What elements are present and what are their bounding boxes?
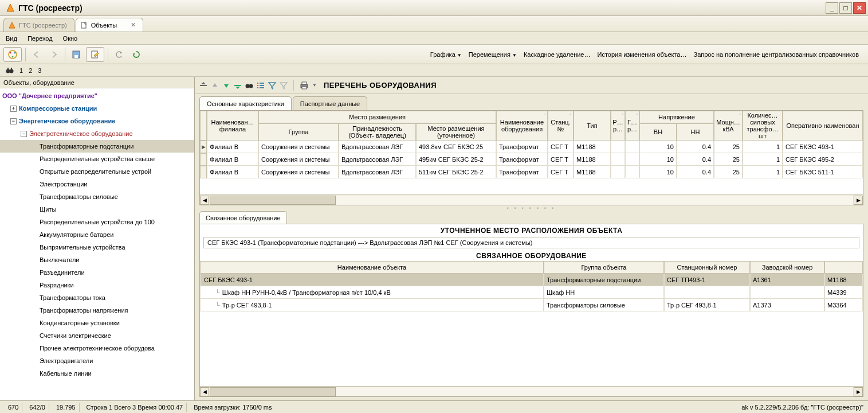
lcol-name[interactable]: Наименование объекта (200, 261, 544, 274)
quick-1[interactable]: 1 (19, 67, 23, 74)
tree-node[interactable]: Открытые распределительные устрой (0, 165, 194, 178)
tree-label: Электростанции (40, 181, 87, 188)
linked-hscrollbar[interactable]: ◀ ▶ (200, 386, 863, 396)
table-row[interactable]: └Тр-р СЕГ 493,8-1Трансформаторы силовыеТ… (200, 299, 863, 311)
menu-request-refill[interactable]: Запрос на пополнение централизованных сп… (694, 51, 859, 58)
tree-node[interactable]: Щиты (0, 203, 194, 216)
col-count[interactable]: Количес… силовых трансфо… шт (743, 111, 783, 141)
tree-node[interactable]: −Энергетическое оборудование (0, 115, 194, 127)
binoculars-icon[interactable] (6, 67, 14, 74)
doc-tab-gts[interactable]: ГТС (росреестр) (3, 18, 74, 32)
col-location-group[interactable]: Место размещения (258, 111, 496, 123)
col-voltage-group[interactable]: Напряжение (639, 111, 714, 123)
app-icon (9, 22, 15, 29)
equipment-grid[interactable]: Наименован… филиала Место размещения Гру… (199, 110, 863, 205)
svg-rect-14 (7, 68, 9, 70)
col-vn[interactable]: ВН (639, 123, 677, 141)
tree-node[interactable]: Выпрямительные устройства (0, 241, 194, 254)
svg-rect-33 (302, 82, 307, 84)
col-ownership[interactable]: Принадлежность (Объект- владелец) (339, 123, 416, 141)
table-row[interactable]: Филиал ВСооружения и системыВдольтрассов… (200, 153, 863, 166)
tree-node[interactable]: Трансформаторы силовые (0, 190, 194, 203)
doc-tab-objects[interactable]: Объекты ✕ (76, 18, 143, 32)
col-nn[interactable]: НН (677, 123, 714, 141)
edit-button[interactable] (86, 47, 104, 62)
minimize-button[interactable]: _ (826, 2, 838, 14)
menu-window[interactable]: Окно (63, 35, 78, 42)
quick-2[interactable]: 2 (29, 67, 32, 74)
col-oper-name[interactable]: Оперативно наименован (783, 111, 863, 141)
splitter[interactable]: ▪ ▪ ▪ ▪ ▪ ▪ ▪ (195, 205, 868, 210)
nav-back-button[interactable] (29, 47, 44, 62)
nav-forward-button[interactable] (46, 47, 61, 62)
tree-label: Прочее электротехническое оборудова (40, 345, 155, 352)
tree-node[interactable]: Электростанции (0, 178, 194, 190)
table-row[interactable]: ▶Филиал ВСооружения и системыВдольтрассо… (200, 141, 863, 153)
menu-history[interactable]: История изменения объекта… (597, 51, 686, 58)
menu-view[interactable]: Вид (6, 35, 17, 42)
tree-label: Электротехническое оборудование (29, 130, 133, 137)
close-button[interactable]: ✕ (853, 2, 866, 14)
save-button[interactable] (69, 47, 84, 62)
find-icon[interactable] (245, 82, 253, 89)
tree-node[interactable]: Конденсаторные установки (0, 317, 194, 329)
tree-node[interactable]: Трансформаторы напряжения (0, 304, 194, 317)
tree-node[interactable]: Прочее электротехническое оборудова (0, 342, 194, 354)
lcol-group[interactable]: Группа объекта (544, 261, 664, 274)
menu-navigate[interactable]: Переход (28, 35, 53, 42)
col-filial[interactable]: Наименован… филиала (207, 111, 258, 141)
list-icon[interactable] (257, 81, 265, 89)
svg-marker-17 (201, 82, 206, 84)
tool-map-button[interactable] (3, 47, 22, 62)
expand-down-icon[interactable] (222, 81, 230, 89)
filter-clear-icon[interactable] (280, 81, 288, 89)
lcol-extra[interactable] (824, 261, 863, 274)
col-group[interactable]: Группа (258, 123, 339, 141)
table-row[interactable]: СЕГ БКЭС 493-1Трансформаторные подстанци… (200, 274, 863, 286)
menu-movements[interactable]: Перемещения ▼ (469, 51, 517, 58)
tree-node[interactable]: Кабельные линии (0, 367, 194, 380)
object-tree[interactable]: ООО "Дочернее предприятие"+Компрессорные… (0, 88, 194, 400)
subtabs: Основные характеристики Паспортные данны… (195, 94, 868, 110)
svg-marker-11 (133, 53, 135, 55)
expand-icon[interactable]: + (10, 106, 17, 112)
tree-node[interactable]: Трансформаторные подстанции (0, 140, 194, 153)
table-row[interactable]: Филиал ВСооружения и системыВдольтрассов… (200, 166, 863, 178)
tab-close-icon[interactable]: ✕ (131, 21, 136, 29)
subtab-passport[interactable]: Паспортные данные (293, 96, 367, 110)
col-location[interactable]: Место размещения (уточненное) (416, 123, 496, 141)
tree-node[interactable]: Аккумуляторные батареи (0, 228, 194, 241)
menu-graphics[interactable]: Графика ▼ (430, 51, 462, 58)
expand-up-icon[interactable] (211, 81, 219, 89)
tree-node[interactable]: Распределительные устройства свыше (0, 153, 194, 165)
tree-org[interactable]: ООО "Дочернее предприятие" (0, 89, 194, 102)
expand-icon[interactable]: − (10, 118, 17, 124)
tree-node[interactable]: Распределительные устройства до 100 (0, 216, 194, 228)
lcol-serial[interactable]: Заводской номер (750, 261, 824, 274)
tree-node[interactable]: −Электротехническое оборудование (0, 127, 194, 140)
maximize-button[interactable]: □ (839, 2, 852, 14)
col-type[interactable]: Тип (574, 111, 611, 141)
quick-3[interactable]: 3 (38, 67, 41, 74)
filter-icon[interactable] (268, 81, 276, 89)
expand-icon[interactable]: − (21, 131, 27, 137)
lcol-stnum[interactable]: Станционный номер (664, 261, 750, 274)
table-row[interactable]: └Шкаф НН РУНН-0,4кВ / Трансформаторная п… (200, 286, 863, 299)
tree-node[interactable]: +Компрессорные станции (0, 102, 194, 115)
tree-node[interactable]: Выключатели (0, 254, 194, 266)
collapse-all-icon[interactable] (199, 81, 207, 89)
tree-node[interactable]: Разрядники (0, 279, 194, 291)
tree-node[interactable]: Электродвигатели (0, 354, 194, 367)
tab-linked-equipment[interactable]: Связанное оборудование (199, 211, 287, 224)
tree-label: Распределительные устройства до 100 (40, 219, 155, 225)
tree-node[interactable]: Счетчики электрические (0, 329, 194, 342)
subtab-main-props[interactable]: Основные характеристики (199, 96, 292, 110)
menu-cascade-delete[interactable]: Каскадное удаление… (524, 51, 591, 58)
refresh-button[interactable] (129, 47, 144, 62)
tree-node[interactable]: Трансформаторы тока (0, 291, 194, 304)
expand-all-icon[interactable] (234, 81, 242, 89)
grid-hscrollbar[interactable]: ◀ ▶ (200, 194, 863, 205)
undo-button[interactable] (112, 47, 127, 62)
tree-node[interactable]: Разъединители (0, 266, 194, 279)
print-icon[interactable] (300, 81, 309, 89)
